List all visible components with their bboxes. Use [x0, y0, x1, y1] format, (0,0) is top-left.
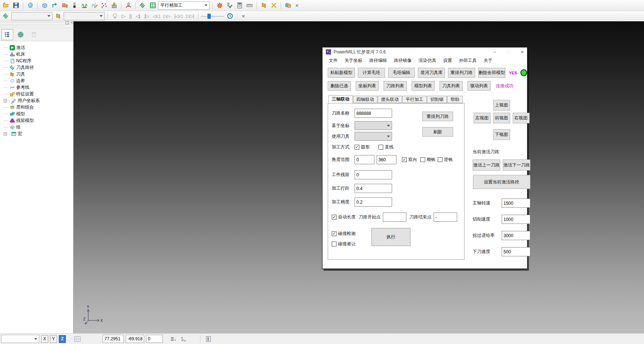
slider-handle[interactable]	[207, 14, 211, 19]
tab-tilt-head[interactable]: 摆头联动	[378, 96, 402, 103]
toolpath-combobox[interactable]	[11, 12, 53, 20]
menu-file[interactable]: 文件	[329, 57, 338, 64]
line-checkbox[interactable]	[378, 145, 383, 150]
step-back-icon[interactable]: ◁|	[134, 13, 142, 19]
activate-next-toolpath-button[interactable]: 激活下一刀路	[503, 159, 530, 171]
tree-item-groups[interactable]: 组	[4, 124, 73, 130]
view-top-button[interactable]: 上视图	[493, 100, 510, 110]
collision-avoid-checkbox[interactable]	[332, 242, 337, 246]
refresh-button[interactable]: 刷新	[422, 127, 453, 137]
copy-path-icon[interactable]	[50, 1, 59, 10]
tree-item-macros[interactable]: +宏	[4, 130, 73, 137]
tab-saw[interactable]: 切割锯	[427, 96, 447, 103]
tree-item-tools[interactable]: 刀具	[4, 71, 73, 77]
coord-list-button[interactable]: 坐标列表	[356, 81, 379, 91]
clock-icon[interactable]	[225, 12, 234, 21]
panel-close-icon[interactable]: ×	[71, 21, 73, 25]
drive-list-button[interactable]: 驱动列表	[467, 81, 491, 91]
use-tool-select[interactable]	[355, 132, 392, 141]
set-active-path-button[interactable]: 设置当前激活路径	[473, 175, 530, 189]
tree-item-toolpaths[interactable]: 刀具路径	[4, 64, 73, 71]
end-point-input[interactable]	[434, 213, 457, 222]
conventional-checkbox[interactable]	[438, 157, 442, 162]
axis-z-button[interactable]: Z	[59, 335, 66, 343]
rearrange-button[interactable]: 重排列刀路	[422, 112, 453, 121]
toolbar-close-icon[interactable]: ×	[240, 13, 246, 19]
dual-panel-icon[interactable]	[204, 334, 213, 343]
tree-item-activate[interactable]: 激活	[4, 44, 73, 51]
rearrange-toolpaths-button[interactable]: 重排列刀路	[448, 68, 475, 78]
swap-arrows-icon[interactable]	[269, 1, 278, 10]
step-forward-icon[interactable]: |▷	[143, 13, 150, 19]
tab-parallel[interactable]: 平行加工	[402, 96, 427, 103]
delete-all-models-button[interactable]: 删除全部模型	[478, 68, 505, 78]
tool-pair-icon[interactable]	[259, 1, 268, 10]
tree-item-patterns[interactable]: 参考线	[4, 84, 73, 91]
view-front-button[interactable]: 前视图	[493, 113, 510, 123]
menu-path-mirror[interactable]: 路径镜像	[394, 57, 412, 64]
expander-icon[interactable]: +	[4, 99, 7, 102]
angle-to-input[interactable]	[377, 155, 396, 164]
spindle-speed-input[interactable]	[502, 199, 530, 208]
ballnose-tool-icon[interactable]	[70, 1, 79, 10]
bulb-icon[interactable]	[110, 12, 119, 21]
list-menu-icon[interactable]	[168, 334, 177, 343]
sphere-icon[interactable]	[26, 1, 35, 10]
graphics-viewport[interactable]: Y X Z PowerMILL 忆梦星河 7.0.6 – □ × 文件 关于坐标…	[74, 21, 644, 333]
calc-block-button[interactable]: 计算毛坯	[358, 68, 385, 78]
tree-item-machine-tools[interactable]: 机床	[4, 51, 73, 57]
tree-item-feature-sets[interactable]: 特征设置	[4, 91, 73, 97]
tolerance-input[interactable]	[355, 197, 392, 207]
grid-list-icon[interactable]	[148, 1, 157, 10]
toolpath-list-button[interactable]: 刀路列表	[384, 81, 407, 91]
calculator-icon[interactable]	[235, 1, 244, 10]
tab-3axis[interactable]: 三轴联动	[328, 95, 353, 103]
start-point-input[interactable]	[383, 213, 406, 222]
plunge-speed-input[interactable]	[502, 247, 530, 256]
menu-settings[interactable]: 设置	[443, 57, 452, 64]
expander-icon[interactable]: +	[4, 132, 7, 136]
toolpath-name-input[interactable]	[355, 109, 392, 118]
stock-remain-input[interactable]	[355, 170, 392, 179]
go-to-start-icon[interactable]: |◁◁	[173, 13, 184, 19]
verify-tool-icon[interactable]	[225, 1, 234, 10]
coordinate-z-input[interactable]	[146, 335, 163, 343]
simulation-speed-slider[interactable]	[201, 13, 224, 20]
menu-about[interactable]: 关于	[484, 57, 492, 64]
axis-y-button[interactable]: Y	[50, 335, 57, 343]
menu-path-edit[interactable]: 路径编辑	[369, 57, 387, 64]
tree-item-workplanes[interactable]: +用户坐标系	[4, 97, 73, 104]
base-coord-select[interactable]	[355, 121, 392, 130]
view-right-button[interactable]: 右视图	[513, 113, 530, 123]
panel-float-icon[interactable]	[65, 21, 69, 24]
leads-icon[interactable]	[80, 1, 89, 10]
activate-prev-toolpath-button[interactable]: 激活上一刀路	[473, 159, 500, 171]
save-icon[interactable]	[11, 1, 20, 10]
block-edit-button[interactable]: 毛坯编辑	[388, 68, 415, 78]
tool-list-button[interactable]: 刀具列表	[440, 81, 463, 91]
menu-external-tools[interactable]: 外部工具	[459, 57, 477, 64]
tree-item-levels-sets[interactable]: 层和组合	[4, 104, 73, 110]
tree-item-models[interactable]: 模型	[4, 110, 73, 117]
tab-explorer-tree[interactable]	[1, 29, 13, 40]
play-icon[interactable]: ▷	[120, 13, 127, 19]
dialog-titlebar[interactable]: PowerMILL 忆梦星河 7.0.6 – □ ×	[323, 48, 527, 56]
tab-explorer-trash[interactable]	[28, 29, 40, 40]
toolbar-close-icon[interactable]: ×	[293, 3, 300, 8]
execute-button[interactable]: 执行	[371, 228, 410, 246]
tool-library-button[interactable]: 星河刀具库	[418, 68, 445, 78]
bidirectional-checkbox[interactable]: ✓	[402, 157, 407, 162]
model-list-button[interactable]: 模型列表	[412, 81, 435, 91]
tool-holder-icon[interactable]	[110, 1, 118, 10]
menu-render-sim[interactable]: 渲染仿真	[419, 57, 436, 64]
skim-feed-input[interactable]	[502, 231, 530, 240]
draw-axes-icon[interactable]	[179, 334, 188, 343]
menu-about-coords[interactable]: 关于坐标	[345, 57, 362, 64]
collision-check-checkbox[interactable]: ✓	[332, 231, 337, 236]
open-file-icon[interactable]	[1, 1, 10, 10]
coordinate-y-input[interactable]	[126, 335, 144, 343]
tab-help[interactable]: 帮助	[447, 96, 463, 103]
angle-from-input[interactable]	[355, 155, 374, 164]
minimize-button[interactable]: –	[494, 49, 496, 55]
tree-item-stock-models[interactable]: 残留模型	[4, 117, 73, 124]
